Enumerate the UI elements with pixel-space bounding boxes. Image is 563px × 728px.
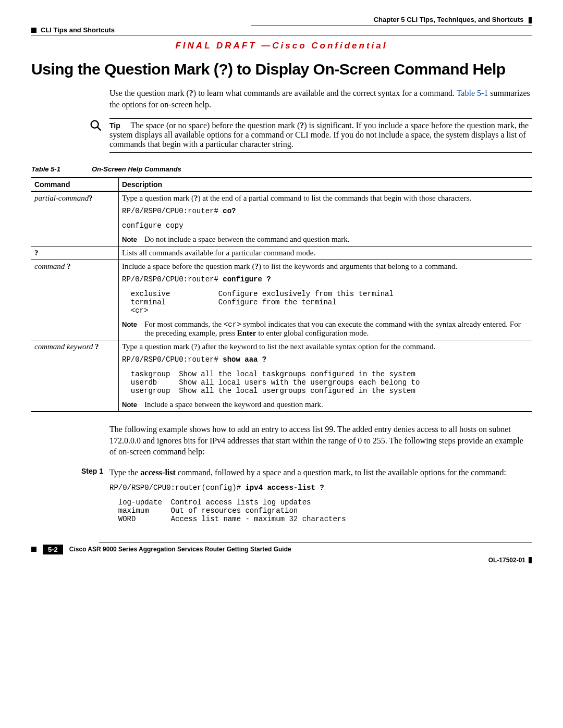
footer-guide: Cisco ASR 9000 Series Aggregation Servic…	[69, 546, 532, 553]
step-text: Type the access-list command, followed b…	[109, 467, 532, 478]
tip-label: Tip	[109, 121, 120, 130]
footer-mark-left	[31, 547, 36, 552]
header-mark-right	[529, 17, 532, 23]
tip-text: The space (or no space) before the quest…	[109, 121, 529, 149]
running-header: Chapter 5 CLI Tips, Techniques, and Shor…	[31, 16, 532, 23]
commands-table: Command Description partial-command?Type…	[31, 177, 532, 412]
draft-banner: FINAL DRAFT —Cisco Confidential	[31, 41, 532, 51]
followup-para: The following example shows how to add a…	[109, 424, 532, 458]
table-row: command keyword ?Type a question mark (?…	[31, 340, 532, 412]
page-title: Using the Question Mark (?) to Display O…	[31, 60, 532, 78]
chapter-label: Chapter 5 CLI Tips, Techniques, and Shor…	[374, 16, 524, 23]
footer-mark-right	[529, 557, 532, 563]
svg-line-1	[97, 127, 101, 130]
svg-point-0	[91, 121, 99, 128]
footer-doc: OL-17502-01	[488, 557, 525, 564]
header-rule-full	[31, 35, 532, 35]
th-command: Command	[31, 178, 119, 191]
page-footer: 5-2 Cisco ASR 9000 Series Aggregation Se…	[31, 542, 532, 564]
header-mark-left	[31, 28, 36, 33]
page-number: 5-2	[43, 545, 63, 554]
table-ref-link[interactable]: Table 5-1	[457, 89, 488, 97]
th-description: Description	[119, 178, 532, 191]
step-label: Step 1	[31, 467, 109, 523]
step-1: Step 1 Type the access-list command, fol…	[31, 467, 532, 523]
magnifier-icon	[89, 118, 103, 135]
tip-block: Tip The space (or no space) before the q…	[31, 118, 532, 153]
section-label: CLI Tips and Shortcuts	[41, 26, 115, 34]
intro-para: Use the question mark (?) to learn what …	[109, 88, 532, 110]
table-caption: Table 5-1On-Screen Help Commands	[31, 165, 532, 173]
step-code: RP/0/RSP0/CPU0:router(config)# ipv4 acce…	[109, 484, 532, 492]
table-row: ?Lists all commands available for a part…	[31, 246, 532, 260]
footer-rule	[99, 542, 532, 542]
step-code-out: log-update Control access lists log upda…	[109, 498, 532, 523]
table-row: partial-command?Type a question mark (?)…	[31, 191, 532, 246]
table-row: command ?Include a space before the ques…	[31, 260, 532, 340]
